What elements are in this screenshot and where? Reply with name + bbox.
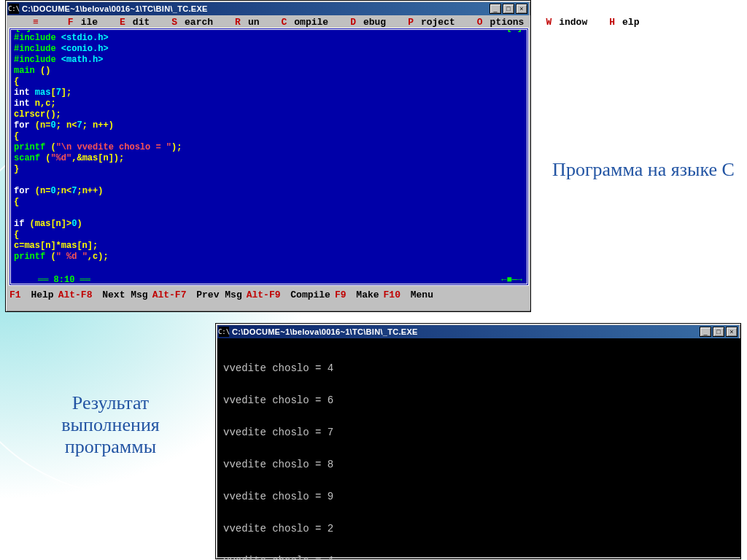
caption-result: Результат выполнения программы: [18, 392, 204, 458]
console-output[interactable]: vvedite choslo = 4 vvedite choslo = 6 vv…: [217, 338, 740, 557]
cmd-icon: C:\: [219, 327, 229, 337]
status-key[interactable]: F10 Menu: [384, 289, 438, 300]
cursor-position: ══ 8:10 ══: [35, 275, 93, 286]
menu-item-window[interactable]: Window: [531, 17, 595, 28]
maximize-button[interactable]: □: [503, 4, 514, 14]
close-button[interactable]: ×: [516, 4, 527, 14]
frame-bottom-border: [11, 284, 527, 286]
maximize-button[interactable]: □: [713, 327, 724, 337]
status-key[interactable]: F1 Help: [9, 289, 58, 300]
caption-program: Программа на языке С: [549, 159, 738, 181]
ide-status-bar: F1 Help Alt-F8 Next Msg Alt-F7 Prev Msg …: [8, 289, 530, 300]
menu-item-system[interactable]: ≡: [18, 17, 53, 28]
menu-item-run[interactable]: Run: [220, 17, 266, 28]
console-title-text: C:\DOCUME~1\belova\0016~1\TC\BIN\_TC.EXE: [232, 327, 697, 336]
menu-item-options[interactable]: Options: [462, 17, 532, 28]
hscroll-gadget[interactable]: ←■─→: [500, 275, 524, 286]
console-titlebar[interactable]: C:\ C:\DOCUME~1\belova\0016~1\TC\BIN\_TC…: [217, 325, 739, 338]
editor-frame[interactable]: [■] 14.CPP 2═[↕] #include <stdio.h> #inc…: [9, 28, 529, 286]
menu-item-project[interactable]: Project: [393, 17, 462, 28]
close-button[interactable]: ×: [726, 327, 738, 337]
ide-title-text: C:\DOCUME~1\belova\0016~1\TC\BIN\_TC.EXE: [22, 4, 487, 13]
status-key[interactable]: Alt-F9 Compile: [247, 289, 335, 300]
frame-filename: 14.CPP: [11, 28, 527, 34]
menu-item-help[interactable]: Help: [595, 17, 646, 28]
frame-gadget-right[interactable]: 2═[↕]: [495, 28, 524, 34]
code-area[interactable]: #include <stdio.h> #include <conio.h> #i…: [14, 30, 524, 262]
cmd-icon: C:\: [9, 4, 19, 14]
status-key[interactable]: F9 Make: [335, 289, 384, 300]
ide-window: C:\ C:\DOCUME~1\belova\0016~1\TC\BIN\_TC…: [5, 0, 531, 312]
console-window: C:\ C:\DOCUME~1\belova\0016~1\TC\BIN\_TC…: [215, 323, 741, 559]
ide-menu: ≡FileEditSearchRunCompileDebugProjectOpt…: [8, 16, 530, 28]
minimize-button[interactable]: _: [700, 327, 711, 337]
menu-item-search[interactable]: Search: [157, 17, 220, 28]
status-key[interactable]: Alt-F8 Next Msg: [58, 289, 152, 300]
minimize-button[interactable]: _: [489, 4, 501, 14]
menu-item-file[interactable]: File: [53, 17, 105, 28]
menu-item-edit[interactable]: Edit: [105, 17, 157, 28]
menu-item-compile[interactable]: Compile: [267, 17, 336, 28]
menu-item-debug[interactable]: Debug: [336, 17, 393, 28]
ide-titlebar[interactable]: C:\ C:\DOCUME~1\belova\0016~1\TC\BIN\_TC…: [7, 2, 529, 15]
status-key[interactable]: Alt-F7 Prev Msg: [152, 289, 247, 300]
